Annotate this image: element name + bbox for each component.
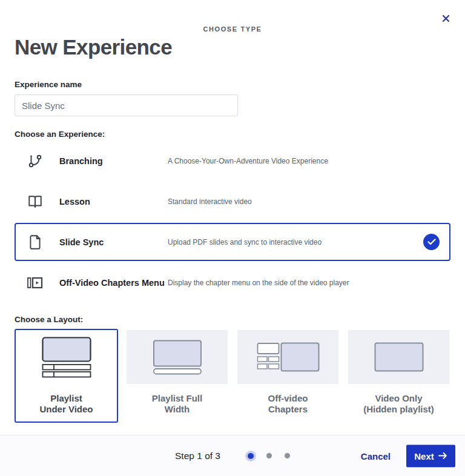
modal-footer: Step 1 of 3 Cancel Next	[0, 435, 465, 476]
experience-option-lesson[interactable]: Lesson Standard interactive video	[15, 182, 450, 220]
experience-option-title: Slide Sync	[59, 237, 168, 247]
choose-layout-label: Choose a Layout:	[15, 315, 450, 324]
experience-option-description: Upload PDF slides and sync to interactiv…	[168, 238, 322, 246]
step-dots	[235, 453, 290, 459]
step-dot-1-active	[248, 453, 254, 459]
new-experience-modal: CHOOSE TYPE New Experience Experience na…	[0, 0, 465, 476]
layout-option-video-only[interactable]: Video Only (Hidden playlist)	[347, 329, 450, 423]
next-button[interactable]: Next	[406, 445, 455, 467]
step-text: Step 1 of 3	[175, 451, 220, 461]
layout-option-label: Playlist Full Width	[127, 393, 228, 414]
layout-option-off-video-chapters[interactable]: Off-video Chapters	[236, 329, 340, 423]
layout-diagram-off-video-chapters	[237, 330, 338, 384]
footer-actions: Cancel Next	[357, 445, 455, 467]
step-dot-2	[266, 453, 272, 458]
experience-name-input[interactable]	[15, 94, 238, 116]
page-title: New Experience	[15, 35, 450, 59]
layout-option-playlist-full-width[interactable]: Playlist Full Width	[125, 329, 229, 423]
experience-option-slide-sync[interactable]: Slide Sync Upload PDF slides and sync to…	[15, 223, 450, 261]
experience-option-title: Branching	[59, 156, 168, 166]
open-book-icon	[27, 193, 44, 210]
cancel-button[interactable]: Cancel	[357, 450, 394, 461]
experience-option-description: A Choose-Your-Own-Adventure Video Experi…	[168, 157, 328, 165]
arrow-right-icon	[438, 451, 447, 461]
experience-option-description: Display the chapter menu on the side of …	[168, 279, 349, 287]
experience-list: Branching A Choose-Your-Own-Adventure Vi…	[15, 142, 450, 302]
experience-option-off-video-chapters-menu[interactable]: Off-Video Chapters Menu Display the chap…	[15, 263, 450, 302]
chapters-player-icon	[27, 274, 44, 291]
git-branch-icon	[27, 153, 44, 170]
file-icon	[27, 234, 44, 251]
layout-option-label: Video Only (Hidden playlist)	[348, 393, 449, 414]
choose-experience-label: Choose an Experience:	[15, 130, 450, 139]
experience-option-title: Lesson	[59, 197, 168, 207]
experience-option-branching[interactable]: Branching A Choose-Your-Own-Adventure Vi…	[15, 142, 450, 180]
modal-content: New Experience Experience name Choose an…	[0, 0, 465, 423]
next-button-label: Next	[414, 451, 434, 461]
experience-name-label: Experience name	[15, 80, 450, 89]
layout-grid: Playlist Under Video Playlist Full Width	[15, 329, 450, 423]
modal-eyebrow: CHOOSE TYPE	[0, 25, 465, 33]
layout-option-label: Off-video Chapters	[237, 393, 338, 414]
experience-option-description: Standard interactive video	[168, 197, 252, 206]
layout-diagram-playlist-full-width	[127, 330, 228, 384]
experience-option-title: Off-Video Chapters Menu	[59, 278, 168, 288]
selected-check-icon	[423, 234, 440, 250]
layout-diagram-playlist-under-video	[16, 330, 117, 384]
step-indicator: Step 1 of 3	[175, 451, 290, 461]
layout-option-playlist-under-video[interactable]: Playlist Under Video	[15, 329, 118, 423]
close-button[interactable]	[441, 15, 450, 24]
layout-option-label: Playlist Under Video	[16, 393, 117, 414]
layout-diagram-video-only	[348, 330, 449, 384]
step-dot-3	[285, 453, 290, 458]
close-icon	[442, 14, 450, 25]
